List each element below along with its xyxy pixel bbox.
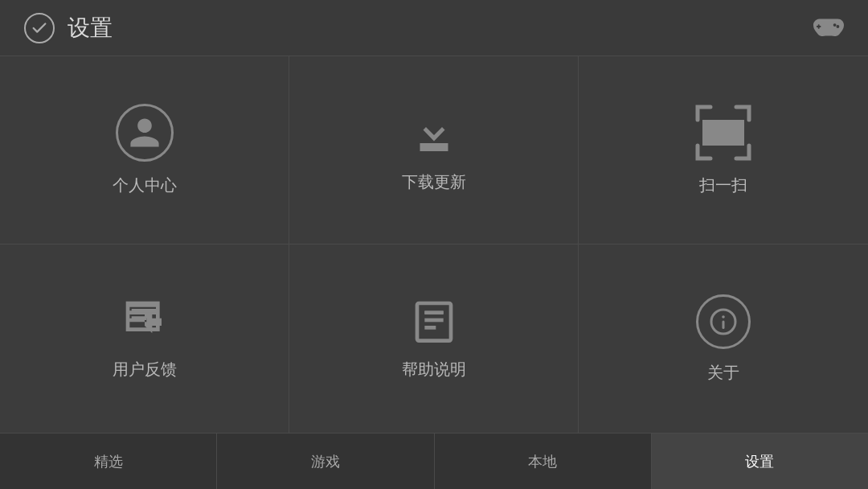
about-label: 关于: [707, 362, 739, 384]
nav-item-local[interactable]: 本地: [435, 434, 652, 489]
feedback-label: 用户反馈: [113, 359, 177, 380]
svg-rect-7: [715, 121, 719, 144]
grid-item-download[interactable]: 下载更新: [289, 56, 579, 244]
page-title: 设置: [68, 13, 113, 43]
help-label: 帮助说明: [402, 359, 466, 380]
scan-icon: [694, 104, 752, 162]
info-icon: [696, 294, 751, 349]
feedback-icon: [122, 298, 167, 346]
help-icon: [411, 298, 457, 346]
svg-rect-9: [728, 121, 730, 144]
check-circle-icon: [24, 13, 55, 43]
grid-item-help[interactable]: 帮助说明: [289, 244, 579, 433]
grid-item-about[interactable]: 关于: [579, 244, 868, 433]
bottom-nav: 精选 游戏 本地 设置: [0, 433, 868, 489]
grid-item-feedback[interactable]: 用户反馈: [0, 244, 289, 433]
svg-rect-8: [723, 121, 725, 144]
download-icon: [410, 107, 458, 158]
settings-grid: 个人中心 下载更新: [0, 56, 868, 433]
svg-rect-6: [710, 121, 712, 144]
svg-rect-11: [740, 121, 743, 144]
svg-point-3: [837, 25, 840, 28]
nav-item-games[interactable]: 游戏: [217, 434, 434, 489]
grid-item-profile[interactable]: 个人中心: [0, 56, 289, 244]
svg-point-18: [722, 315, 725, 318]
nav-item-settings[interactable]: 设置: [652, 434, 868, 489]
gamepad-icon: [813, 11, 844, 45]
person-icon: [116, 104, 174, 162]
svg-rect-1: [817, 26, 821, 27]
svg-rect-19: [723, 320, 725, 329]
svg-point-2: [833, 23, 837, 27]
svg-rect-10: [733, 121, 737, 144]
scan-label: 扫一扫: [699, 175, 747, 196]
svg-rect-4: [420, 147, 448, 151]
svg-rect-5: [704, 121, 707, 144]
profile-label: 个人中心: [113, 175, 177, 196]
download-label: 下载更新: [402, 171, 466, 193]
header: 设置: [0, 0, 868, 56]
nav-item-featured[interactable]: 精选: [0, 434, 217, 489]
grid-item-scan[interactable]: 扫一扫: [579, 56, 868, 244]
